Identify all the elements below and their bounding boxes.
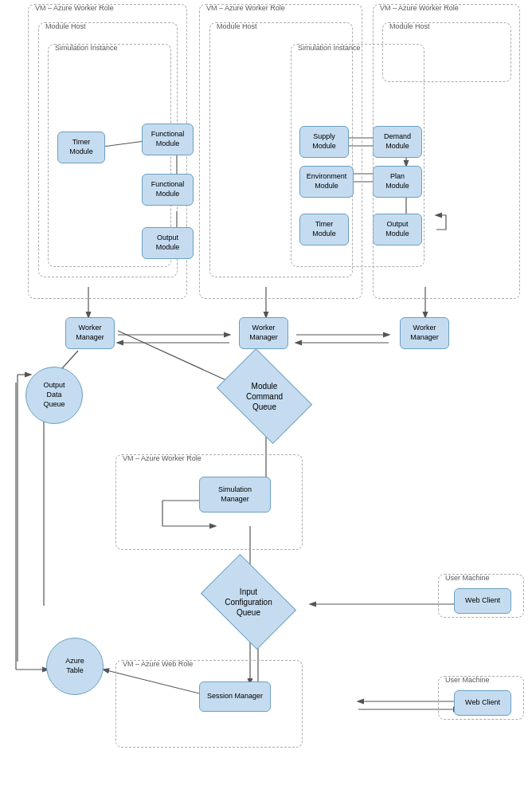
simulation-instance-2-label: Simulation Instance	[298, 44, 361, 52]
user-machine-2-label: User Machine	[445, 676, 490, 684]
module-host-3-label: Module Host	[389, 22, 430, 30]
timer-module-1: Timer Module	[57, 132, 105, 163]
svg-line-20	[118, 331, 235, 384]
module-host-2-label: Module Host	[217, 22, 257, 30]
input-config-queue: Input Configuration Queue	[209, 574, 288, 630]
session-manager: Session Manager	[199, 681, 271, 712]
timer-module-2: Timer Module	[299, 214, 349, 245]
azure-table: Azure Table	[46, 638, 104, 695]
vm-worker-role-bottom-label: VM – Azure Worker Role	[123, 454, 201, 462]
supply-module: Supply Module	[299, 126, 349, 158]
simulation-instance-1-label: Simulation Instance	[55, 44, 118, 52]
vm-worker-role-1-label: VM – Azure Worker Role	[35, 4, 114, 12]
module-command-queue: Module Command Queue	[225, 368, 304, 424]
module-host-3-container: Module Host	[382, 22, 511, 82]
vm-worker-role-3-label: VM – Azure Worker Role	[380, 4, 459, 12]
architecture-diagram: VM – Azure Worker Role Module Host Simul…	[0, 0, 532, 809]
output-data-queue: Output Data Queue	[25, 367, 83, 424]
web-client-2: Web Client	[454, 690, 511, 716]
user-machine-1-label: User Machine	[445, 574, 490, 582]
functional-module-2: Functional Module	[142, 174, 194, 206]
functional-module-1: Functional Module	[142, 124, 194, 155]
worker-manager-3: Worker Manager	[400, 317, 449, 349]
vm-worker-role-2-label: VM – Azure Worker Role	[206, 4, 285, 12]
web-client-1: Web Client	[454, 588, 511, 614]
output-module-1: Output Module	[142, 227, 194, 259]
vm-web-role-label: VM – Azure Web Role	[123, 660, 193, 668]
worker-manager-1: Worker Manager	[65, 317, 115, 349]
worker-manager-2: Worker Manager	[239, 317, 288, 349]
simulation-manager: Simulation Manager	[199, 477, 271, 512]
environment-module: Environment Module	[299, 166, 354, 198]
module-host-1-label: Module Host	[45, 22, 86, 30]
